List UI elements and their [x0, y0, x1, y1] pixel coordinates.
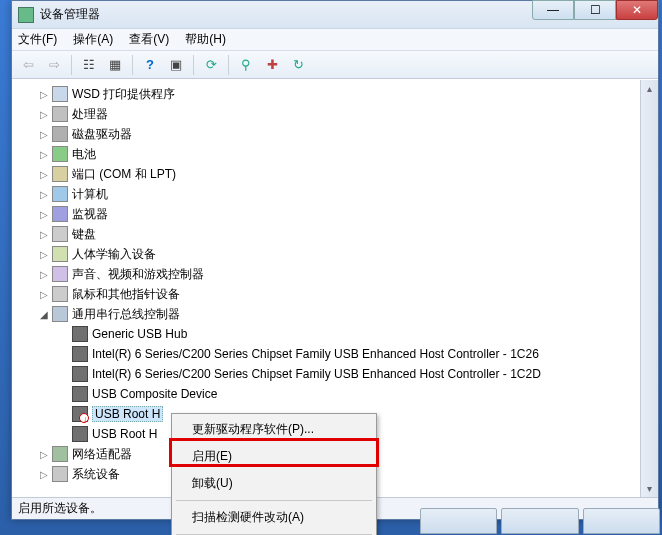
expand-icon[interactable]	[38, 308, 50, 320]
tree-node[interactable]: 端口 (COM 和 LPT)	[36, 164, 658, 184]
stop-button[interactable]: ▣	[164, 54, 188, 76]
device-icon	[52, 226, 68, 242]
uninstall-button[interactable]: ✚	[260, 54, 284, 76]
expand-icon[interactable]	[38, 228, 50, 240]
context-scan-hardware[interactable]: 扫描检测硬件改动(A)	[174, 504, 374, 531]
tree-node[interactable]: 通用串行总线控制器	[36, 304, 658, 324]
tree-node[interactable]: 声音、视频和游戏控制器	[36, 264, 658, 284]
back-button[interactable]: ⇦	[16, 54, 40, 76]
title-bar[interactable]: 设备管理器 — ☐ ✕	[12, 1, 658, 29]
tree-node[interactable]: USB Composite Device	[56, 384, 658, 404]
context-separator	[176, 500, 372, 501]
vertical-scrollbar[interactable]: ▴ ▾	[640, 80, 658, 497]
minimize-button[interactable]: —	[532, 0, 574, 20]
device-icon	[52, 186, 68, 202]
expand-icon[interactable]	[38, 128, 50, 140]
tree-node-label: USB Root H	[92, 427, 157, 441]
device-icon	[52, 106, 68, 122]
tree-node-label: 计算机	[72, 186, 108, 203]
update-button[interactable]: ↻	[286, 54, 310, 76]
tree-node-label: Generic USB Hub	[92, 327, 187, 341]
tree-node-label: 人体学输入设备	[72, 246, 156, 263]
taskbar-item[interactable]	[420, 508, 497, 534]
expand-icon[interactable]	[38, 148, 50, 160]
device-icon	[52, 446, 68, 462]
tree-node[interactable]: 监视器	[36, 204, 658, 224]
tree-node-label: USB Composite Device	[92, 387, 217, 401]
device-icon	[52, 206, 68, 222]
taskbar-item[interactable]	[583, 508, 660, 534]
scroll-up-button[interactable]: ▴	[641, 80, 658, 97]
device-icon	[52, 466, 68, 482]
tree-node-label: 声音、视频和游戏控制器	[72, 266, 204, 283]
tree-node[interactable]: 电池	[36, 144, 658, 164]
tree-node[interactable]: 处理器	[36, 104, 658, 124]
status-text: 启用所选设备。	[18, 500, 102, 517]
tree-node-label: 鼠标和其他指针设备	[72, 286, 180, 303]
menu-view[interactable]: 查看(V)	[129, 31, 169, 48]
toolbar-separator	[132, 55, 133, 75]
app-icon	[18, 7, 34, 23]
tree-node-label: 端口 (COM 和 LPT)	[72, 166, 176, 183]
toolbar-separator	[228, 55, 229, 75]
tree-node[interactable]: 人体学输入设备	[36, 244, 658, 264]
expand-icon[interactable]	[38, 88, 50, 100]
device-icon	[52, 126, 68, 142]
tree-node-label: 监视器	[72, 206, 108, 223]
menu-action[interactable]: 操作(A)	[73, 31, 113, 48]
device-icon	[72, 426, 88, 442]
device-icon	[52, 266, 68, 282]
scroll-down-button[interactable]: ▾	[641, 480, 658, 497]
device-icon	[72, 386, 88, 402]
tree-node-label: 网络适配器	[72, 446, 132, 463]
tree-view-button[interactable]: ☷	[77, 54, 101, 76]
tree-node-label: 系统设备	[72, 466, 120, 483]
taskbar-previews	[420, 508, 660, 534]
context-update-driver[interactable]: 更新驱动程序软件(P)...	[174, 416, 374, 443]
expand-icon[interactable]	[38, 448, 50, 460]
maximize-button[interactable]: ☐	[574, 0, 616, 20]
tree-node[interactable]: 磁盘驱动器	[36, 124, 658, 144]
expand-icon[interactable]	[38, 248, 50, 260]
tree-node[interactable]: 计算机	[36, 184, 658, 204]
menu-bar: 文件(F) 操作(A) 查看(V) 帮助(H)	[12, 29, 658, 51]
tree-node[interactable]: Intel(R) 6 Series/C200 Series Chipset Fa…	[56, 344, 658, 364]
context-enable[interactable]: 启用(E)	[174, 443, 374, 470]
expand-icon[interactable]	[38, 208, 50, 220]
expand-icon[interactable]	[38, 288, 50, 300]
device-icon	[52, 246, 68, 262]
close-button[interactable]: ✕	[616, 0, 658, 20]
device-icon	[72, 346, 88, 362]
device-icon	[72, 326, 88, 342]
refresh-button[interactable]: ⟳	[199, 54, 223, 76]
taskbar-item[interactable]	[501, 508, 578, 534]
context-uninstall[interactable]: 卸载(U)	[174, 470, 374, 497]
device-icon	[52, 286, 68, 302]
properties-button[interactable]: ▦	[103, 54, 127, 76]
tree-node[interactable]: 键盘	[36, 224, 658, 244]
tree-node-label: 通用串行总线控制器	[72, 306, 180, 323]
expand-icon[interactable]	[38, 168, 50, 180]
expand-icon[interactable]	[38, 468, 50, 480]
window-controls: — ☐ ✕	[532, 1, 658, 28]
tree-node-label: USB Root H	[92, 406, 163, 422]
tree-node[interactable]: WSD 打印提供程序	[36, 84, 658, 104]
help-button[interactable]: ?	[138, 54, 162, 76]
expand-icon[interactable]	[38, 268, 50, 280]
expand-icon[interactable]	[38, 108, 50, 120]
toolbar-separator	[193, 55, 194, 75]
tree-node[interactable]: Intel(R) 6 Series/C200 Series Chipset Fa…	[56, 364, 658, 384]
tree-node-label: 处理器	[72, 106, 108, 123]
tree-node[interactable]: Generic USB Hub	[56, 324, 658, 344]
tree-node[interactable]: 鼠标和其他指针设备	[36, 284, 658, 304]
scan-button[interactable]: ⚲	[234, 54, 258, 76]
menu-file[interactable]: 文件(F)	[18, 31, 57, 48]
forward-button[interactable]: ⇨	[42, 54, 66, 76]
tree-node-label: 电池	[72, 146, 96, 163]
device-icon	[72, 366, 88, 382]
menu-help[interactable]: 帮助(H)	[185, 31, 226, 48]
context-menu: 更新驱动程序软件(P)... 启用(E) 卸载(U) 扫描检测硬件改动(A) 属…	[171, 413, 377, 535]
device-icon	[72, 406, 88, 422]
expand-icon[interactable]	[38, 188, 50, 200]
toolbar: ⇦ ⇨ ☷ ▦ ? ▣ ⟳ ⚲ ✚ ↻	[12, 51, 658, 79]
